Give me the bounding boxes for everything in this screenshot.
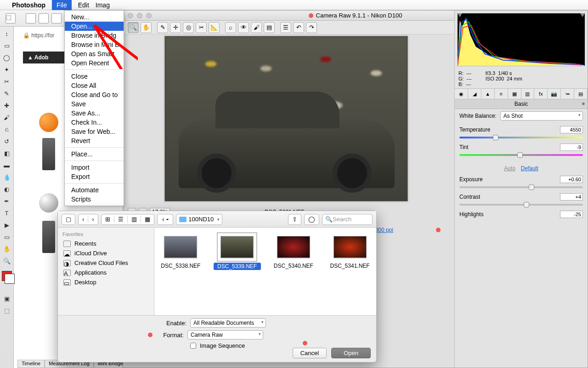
dodge-tool-icon[interactable]: ◐ — [1, 184, 12, 194]
temp-slider[interactable] — [459, 134, 583, 141]
highlights-value[interactable]: -25 — [560, 211, 583, 218]
opt-icon[interactable] — [26, 13, 36, 23]
nav-back-forward[interactable]: ‹› — [78, 214, 98, 225]
close-icon[interactable] — [128, 13, 133, 18]
contrast-slider[interactable] — [459, 201, 583, 208]
tab-lens-icon[interactable]: ▥ — [521, 89, 535, 99]
exposure-value[interactable]: +0.60 — [560, 176, 583, 183]
menu-open[interactable]: Open... — [65, 22, 124, 31]
blur-tool-icon[interactable]: 💧 — [1, 172, 12, 182]
move-tool-icon[interactable]: ↕ — [1, 29, 12, 39]
color-swatch[interactable] — [2, 271, 11, 281]
wand-tool-icon[interactable]: ✦ — [1, 64, 12, 75]
finder-cancel-button[interactable]: Cancel — [293, 348, 327, 358]
grad-filter-icon[interactable]: ▤ — [264, 22, 275, 33]
crop-tool-icon[interactable]: ✂ — [196, 22, 207, 33]
menu-close[interactable]: Close — [65, 72, 124, 81]
menu-automate[interactable]: Automate — [65, 185, 124, 195]
marquee-icon[interactable]: ⬚ — [6, 13, 16, 23]
sidebar-recents[interactable]: Recents — [62, 239, 149, 248]
tab-detail-icon[interactable]: ▲ — [481, 89, 495, 99]
folder-select[interactable]: 100ND10 — [176, 214, 222, 225]
contrast-value[interactable]: +4 — [560, 193, 583, 201]
menu-edit[interactable]: Edit — [78, 1, 89, 9]
tags-icon[interactable]: ◯ — [304, 214, 319, 225]
menu-place[interactable]: Place... — [65, 150, 124, 159]
menu-close-goto[interactable]: Close and Go to — [65, 90, 124, 99]
zoom-icon[interactable] — [146, 13, 152, 18]
menu-open-smart[interactable]: Open as Smart — [65, 49, 124, 58]
tab-basic-icon[interactable]: ◉ — [455, 89, 468, 99]
tab-timeline[interactable]: Timeline — [17, 360, 45, 368]
tab-curve-icon[interactable]: ◢ — [468, 89, 481, 99]
marquee-tool-icon[interactable]: ▭ — [1, 40, 12, 51]
menu-export[interactable]: Export — [65, 172, 124, 181]
rotate-ccw-icon[interactable]: ↶ — [293, 22, 304, 33]
crop-tool-icon[interactable]: ✂ — [1, 76, 12, 86]
menu-browse-bridge[interactable]: Browse in Bridg — [65, 31, 124, 40]
menu-image[interactable]: Imag — [96, 1, 110, 9]
menu-save[interactable]: Save — [65, 99, 124, 109]
menu-new[interactable]: New... — [65, 12, 124, 22]
menu-import[interactable]: Import — [65, 163, 124, 172]
spot-tool-icon[interactable]: ⌕ — [225, 22, 236, 33]
list-icon[interactable]: ☰ — [280, 22, 291, 33]
file-item[interactable]: DSC_5339.NEF — [214, 236, 261, 307]
hand-tool-icon[interactable]: ✋ — [141, 22, 152, 33]
rotate-cw-icon[interactable]: ↷ — [306, 22, 317, 33]
heal-tool-icon[interactable]: ✚ — [1, 100, 12, 110]
tab-hsl-icon[interactable]: ≡ — [495, 89, 508, 99]
default-link[interactable]: Default — [521, 165, 538, 172]
gradient-tool-icon[interactable]: ▬ — [1, 160, 12, 170]
app-name[interactable]: Photoshop — [12, 1, 45, 9]
path-tool-icon[interactable]: ▶ — [1, 220, 12, 230]
menu-scripts[interactable]: Scripts — [65, 195, 124, 204]
tab-split-icon[interactable]: ▦ — [508, 89, 521, 99]
opt-icon[interactable] — [39, 13, 49, 23]
menu-file[interactable]: File — [52, 0, 72, 10]
enable-select[interactable]: All Readable Documents — [190, 318, 266, 328]
file-item[interactable]: DSC_5340.NEF — [270, 236, 317, 307]
finder-open-button[interactable]: Open — [331, 348, 371, 358]
menu-save-as[interactable]: Save As... — [65, 109, 124, 118]
sidebar-ccfiles[interactable]: ◑Creative Cloud Files — [62, 258, 149, 268]
tab-fx-icon[interactable]: fx — [534, 89, 548, 99]
quickmask-icon[interactable]: ▣ — [1, 293, 12, 304]
eraser-tool-icon[interactable]: ◧ — [1, 148, 12, 158]
adjust-brush-icon[interactable]: 🖌 — [251, 22, 262, 33]
auto-link[interactable]: Auto — [504, 165, 515, 172]
sidebar-toggle-icon[interactable]: ▢ — [62, 214, 75, 225]
zoom-tool-icon[interactable]: 🔍 — [128, 22, 139, 33]
tab-presets-icon[interactable]: ≔ — [561, 89, 574, 99]
straighten-tool-icon[interactable]: 📐 — [209, 22, 220, 33]
sidebar-desktop[interactable]: ▭Desktop — [62, 277, 149, 287]
sidebar-apps[interactable]: AApplications — [62, 268, 149, 277]
wb-select[interactable]: As Shot — [500, 111, 583, 121]
pen-tool-icon[interactable]: ✒ — [1, 196, 12, 206]
history-brush-icon[interactable]: ↺ — [1, 136, 12, 146]
eyedropper-tool-icon[interactable]: ✎ — [1, 88, 12, 98]
shape-tool-icon[interactable]: ▭ — [1, 232, 12, 242]
screenmode-icon[interactable]: ⬚ — [1, 305, 12, 316]
menu-browse-mini[interactable]: Browse in Mini B — [65, 40, 124, 49]
menu-check-in[interactable]: Check In... — [65, 118, 124, 127]
format-select[interactable]: Camera Raw — [187, 330, 263, 339]
search-input[interactable]: 🔍 Search — [322, 214, 373, 225]
color-sampler-icon[interactable]: ✛ — [170, 22, 181, 33]
view-mode[interactable]: ⊞☰▥▦ — [101, 214, 154, 225]
imageseq-checkbox[interactable] — [190, 343, 196, 349]
tab-snap-icon[interactable]: ▤ — [574, 89, 588, 99]
minimize-icon[interactable] — [137, 13, 142, 18]
tint-slider[interactable] — [459, 152, 583, 158]
zoom-tool-icon[interactable]: 🔍 — [1, 256, 12, 266]
opt-icon[interactable] — [51, 13, 62, 23]
panel-menu-icon[interactable]: ≡ — [582, 101, 585, 106]
tint-value[interactable]: -9 — [560, 144, 583, 151]
lasso-tool-icon[interactable]: ◯ — [1, 52, 12, 63]
menu-close-all[interactable]: Close All — [65, 81, 124, 90]
type-tool-icon[interactable]: T — [1, 208, 12, 218]
tab-camera-icon[interactable]: 📷 — [548, 89, 561, 99]
arrange-icon[interactable]: ⫞ ▾ — [157, 214, 174, 225]
sidebar-icloud[interactable]: ☁iCloud Drive — [62, 248, 149, 258]
wb-tool-icon[interactable]: ✎ — [157, 22, 168, 33]
